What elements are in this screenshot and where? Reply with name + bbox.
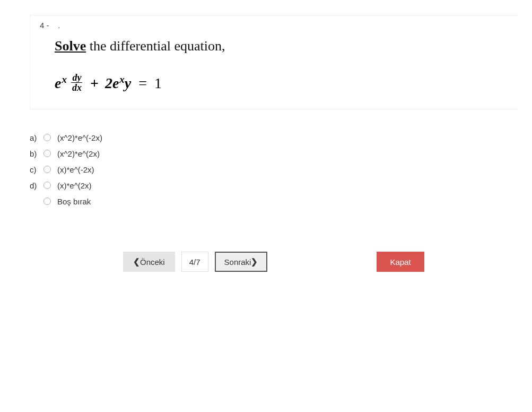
eq-2exy: 2exy (105, 75, 131, 92)
eq-dy-dx: dy dx (71, 73, 83, 92)
answer-option-d: d) (x)*e^(2x) (30, 177, 532, 193)
question-number-text: 4 - (40, 21, 49, 30)
answer-text: Boş bırak (57, 197, 91, 206)
chevron-right-icon: ❯ (251, 257, 258, 267)
next-button[interactable]: Sonraki❯ (215, 252, 268, 272)
eq-equals: = (138, 75, 147, 92)
equation: ex dy dx + 2exy = 1 (55, 73, 508, 93)
next-label: Sonraki (224, 258, 251, 267)
answer-radio-a[interactable] (43, 134, 51, 141)
prompt-solve-word: Solve (55, 38, 86, 54)
page-indicator-text: 4/7 (189, 258, 200, 267)
answer-text: (x^2)*e^(-2x) (57, 133, 102, 142)
answer-option-blank: Boş bırak (30, 193, 532, 209)
question-header: 4 - . Solve the differential equation, e… (30, 15, 518, 109)
answer-text: (x^2)*e^(2x) (57, 149, 100, 158)
question-number-dot: . (58, 21, 60, 30)
question-block: 4 - . Solve the differential equation, e… (30, 15, 532, 109)
answer-letter: a) (30, 133, 39, 142)
prompt-rest: the differential equation, (86, 38, 225, 54)
answer-radio-c[interactable] (43, 166, 51, 173)
answer-radio-d[interactable] (43, 182, 51, 189)
answer-text: (x)*e^(2x) (57, 181, 92, 190)
answer-option-c: c) (x)*e^(-2x) (30, 161, 532, 177)
eq-one: 1 (154, 75, 162, 92)
question-number: 4 - . (40, 21, 508, 30)
nav-row: ❮Önceki 4/7 Sonraki❯ Kapat (123, 252, 505, 272)
question-prompt: Solve the differential equation, (55, 38, 508, 54)
answer-option-a: a) (x^2)*e^(-2x) (30, 130, 532, 145)
close-button[interactable]: Kapat (377, 252, 424, 272)
answer-radio-blank[interactable] (43, 198, 51, 205)
answer-text: (x)*e^(-2x) (57, 165, 94, 174)
page-indicator: 4/7 (181, 252, 208, 272)
eq-plus: + (90, 75, 99, 92)
prev-label: Önceki (140, 258, 165, 267)
prev-button[interactable]: ❮Önceki (123, 252, 175, 272)
answer-letter: d) (30, 181, 39, 190)
answer-radio-b[interactable] (43, 150, 51, 157)
answer-letter: b) (30, 149, 39, 158)
close-label: Kapat (390, 258, 411, 267)
answer-letter: c) (30, 165, 39, 174)
answer-option-b: b) (x^2)*e^(2x) (30, 145, 532, 161)
eq-e1: ex (55, 75, 67, 92)
answers-list: a) (x^2)*e^(-2x) b) (x^2)*e^(2x) c) (x)*… (30, 130, 532, 209)
chevron-left-icon: ❮ (133, 257, 140, 267)
quiz-page: 4 - . Solve the differential equation, e… (0, 15, 532, 272)
